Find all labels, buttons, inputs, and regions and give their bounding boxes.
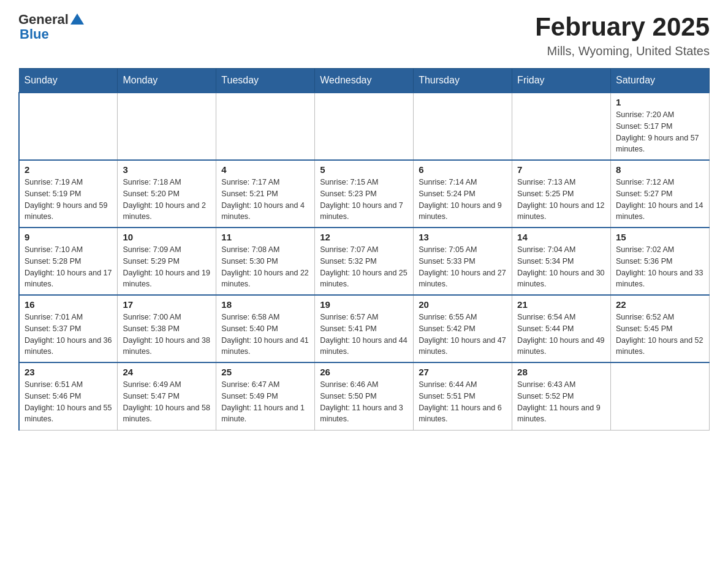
day-of-week-header: Thursday <box>414 69 512 93</box>
day-number: 2 <box>25 164 112 175</box>
calendar-cell: 2Sunrise: 7:19 AM Sunset: 5:19 PM Daylig… <box>19 160 118 228</box>
day-number: 14 <box>517 232 605 242</box>
calendar-cell: 18Sunrise: 6:58 AM Sunset: 5:40 PM Dayli… <box>216 295 315 362</box>
calendar-cell: 13Sunrise: 7:05 AM Sunset: 5:33 PM Dayli… <box>414 228 512 295</box>
day-info: Sunrise: 7:14 AM Sunset: 5:24 PM Dayligh… <box>419 177 507 223</box>
day-number: 16 <box>25 299 112 310</box>
day-info: Sunrise: 6:47 AM Sunset: 5:49 PM Dayligh… <box>221 379 309 425</box>
day-of-week-header: Wednesday <box>315 69 414 93</box>
day-info: Sunrise: 7:05 AM Sunset: 5:33 PM Dayligh… <box>419 244 507 290</box>
day-info: Sunrise: 7:09 AM Sunset: 5:29 PM Dayligh… <box>123 244 211 290</box>
calendar-cell: 23Sunrise: 6:51 AM Sunset: 5:46 PM Dayli… <box>19 362 118 430</box>
day-info: Sunrise: 7:04 AM Sunset: 5:34 PM Dayligh… <box>517 244 605 290</box>
calendar-cell <box>315 93 414 160</box>
day-number: 15 <box>616 232 704 242</box>
day-info: Sunrise: 7:00 AM Sunset: 5:38 PM Dayligh… <box>123 312 211 358</box>
logo-blue-text: Blue <box>20 27 84 42</box>
calendar-cell: 21Sunrise: 6:54 AM Sunset: 5:44 PM Dayli… <box>512 295 611 362</box>
day-info: Sunrise: 7:19 AM Sunset: 5:19 PM Dayligh… <box>25 177 112 223</box>
day-number: 20 <box>419 299 507 310</box>
day-info: Sunrise: 7:08 AM Sunset: 5:30 PM Dayligh… <box>221 244 309 290</box>
calendar-cell: 26Sunrise: 6:46 AM Sunset: 5:50 PM Dayli… <box>315 362 414 430</box>
day-info: Sunrise: 6:43 AM Sunset: 5:52 PM Dayligh… <box>517 379 605 425</box>
day-info: Sunrise: 6:54 AM Sunset: 5:44 PM Dayligh… <box>517 312 605 358</box>
calendar-cell: 6Sunrise: 7:14 AM Sunset: 5:24 PM Daylig… <box>414 160 512 228</box>
svg-marker-0 <box>70 13 84 25</box>
week-row: 16Sunrise: 7:01 AM Sunset: 5:37 PM Dayli… <box>19 295 710 362</box>
calendar-cell: 1Sunrise: 7:20 AM Sunset: 5:17 PM Daylig… <box>611 93 710 160</box>
logo: General Blue <box>18 12 84 42</box>
calendar-cell: 4Sunrise: 7:17 AM Sunset: 5:21 PM Daylig… <box>216 160 315 228</box>
day-info: Sunrise: 6:58 AM Sunset: 5:40 PM Dayligh… <box>221 312 309 358</box>
day-number: 8 <box>616 164 704 175</box>
calendar-cell: 25Sunrise: 6:47 AM Sunset: 5:49 PM Dayli… <box>216 362 315 430</box>
day-info: Sunrise: 6:49 AM Sunset: 5:47 PM Dayligh… <box>123 379 211 425</box>
day-info: Sunrise: 6:44 AM Sunset: 5:51 PM Dayligh… <box>419 379 507 425</box>
day-number: 26 <box>320 367 408 377</box>
location-subtitle: Mills, Wyoming, United States <box>535 44 710 58</box>
page-header: General Blue February 2025 Mills, Wyomin… <box>18 12 710 58</box>
day-number: 6 <box>419 164 507 175</box>
day-number: 24 <box>123 367 211 377</box>
day-number: 10 <box>123 232 211 242</box>
title-block: February 2025 Mills, Wyoming, United Sta… <box>535 12 710 58</box>
day-info: Sunrise: 7:02 AM Sunset: 5:36 PM Dayligh… <box>616 244 704 290</box>
calendar-cell: 15Sunrise: 7:02 AM Sunset: 5:36 PM Dayli… <box>611 228 710 295</box>
calendar-cell <box>19 93 118 160</box>
calendar-cell: 27Sunrise: 6:44 AM Sunset: 5:51 PM Dayli… <box>414 362 512 430</box>
day-info: Sunrise: 7:15 AM Sunset: 5:23 PM Dayligh… <box>320 177 408 223</box>
day-number: 9 <box>25 232 112 242</box>
calendar-cell: 12Sunrise: 7:07 AM Sunset: 5:32 PM Dayli… <box>315 228 414 295</box>
month-title: February 2025 <box>535 12 710 42</box>
calendar-cell <box>414 93 512 160</box>
calendar-cell: 19Sunrise: 6:57 AM Sunset: 5:41 PM Dayli… <box>315 295 414 362</box>
day-info: Sunrise: 6:46 AM Sunset: 5:50 PM Dayligh… <box>320 379 408 425</box>
day-of-week-header: Sunday <box>19 69 118 93</box>
day-number: 22 <box>616 299 704 310</box>
day-info: Sunrise: 7:20 AM Sunset: 5:17 PM Dayligh… <box>616 109 704 155</box>
calendar-cell <box>611 362 710 430</box>
calendar-cell: 10Sunrise: 7:09 AM Sunset: 5:29 PM Dayli… <box>118 228 216 295</box>
day-number: 13 <box>419 232 507 242</box>
calendar-cell: 28Sunrise: 6:43 AM Sunset: 5:52 PM Dayli… <box>512 362 611 430</box>
calendar-cell: 3Sunrise: 7:18 AM Sunset: 5:20 PM Daylig… <box>118 160 216 228</box>
day-number: 21 <box>517 299 605 310</box>
day-info: Sunrise: 6:51 AM Sunset: 5:46 PM Dayligh… <box>25 379 112 425</box>
calendar-cell: 22Sunrise: 6:52 AM Sunset: 5:45 PM Dayli… <box>611 295 710 362</box>
day-of-week-header: Friday <box>512 69 611 93</box>
week-row: 9Sunrise: 7:10 AM Sunset: 5:28 PM Daylig… <box>19 228 710 295</box>
day-of-week-header: Saturday <box>611 69 710 93</box>
logo-general-text: General <box>18 12 69 27</box>
calendar-header-row: SundayMondayTuesdayWednesdayThursdayFrid… <box>19 69 710 93</box>
calendar-cell <box>216 93 315 160</box>
calendar-cell: 5Sunrise: 7:15 AM Sunset: 5:23 PM Daylig… <box>315 160 414 228</box>
calendar-cell <box>118 93 216 160</box>
day-of-week-header: Monday <box>118 69 216 93</box>
day-info: Sunrise: 7:01 AM Sunset: 5:37 PM Dayligh… <box>25 312 112 358</box>
day-info: Sunrise: 7:17 AM Sunset: 5:21 PM Dayligh… <box>221 177 309 223</box>
calendar-cell <box>512 93 611 160</box>
day-number: 17 <box>123 299 211 310</box>
calendar-cell: 11Sunrise: 7:08 AM Sunset: 5:30 PM Dayli… <box>216 228 315 295</box>
day-info: Sunrise: 7:12 AM Sunset: 5:27 PM Dayligh… <box>616 177 704 223</box>
day-of-week-header: Tuesday <box>216 69 315 93</box>
calendar-cell: 9Sunrise: 7:10 AM Sunset: 5:28 PM Daylig… <box>19 228 118 295</box>
day-number: 5 <box>320 164 408 175</box>
day-info: Sunrise: 7:10 AM Sunset: 5:28 PM Dayligh… <box>25 244 112 290</box>
week-row: 1Sunrise: 7:20 AM Sunset: 5:17 PM Daylig… <box>19 93 710 160</box>
calendar-cell: 17Sunrise: 7:00 AM Sunset: 5:38 PM Dayli… <box>118 295 216 362</box>
day-number: 11 <box>221 232 309 242</box>
day-number: 28 <box>517 367 605 377</box>
day-info: Sunrise: 7:07 AM Sunset: 5:32 PM Dayligh… <box>320 244 408 290</box>
day-number: 25 <box>221 367 309 377</box>
day-info: Sunrise: 7:13 AM Sunset: 5:25 PM Dayligh… <box>517 177 605 223</box>
day-number: 1 <box>616 97 704 107</box>
calendar-cell: 14Sunrise: 7:04 AM Sunset: 5:34 PM Dayli… <box>512 228 611 295</box>
day-info: Sunrise: 6:57 AM Sunset: 5:41 PM Dayligh… <box>320 312 408 358</box>
day-number: 27 <box>419 367 507 377</box>
day-number: 18 <box>221 299 309 310</box>
week-row: 23Sunrise: 6:51 AM Sunset: 5:46 PM Dayli… <box>19 362 710 430</box>
calendar-cell: 16Sunrise: 7:01 AM Sunset: 5:37 PM Dayli… <box>19 295 118 362</box>
logo-triangle-icon <box>70 12 84 26</box>
day-number: 19 <box>320 299 408 310</box>
